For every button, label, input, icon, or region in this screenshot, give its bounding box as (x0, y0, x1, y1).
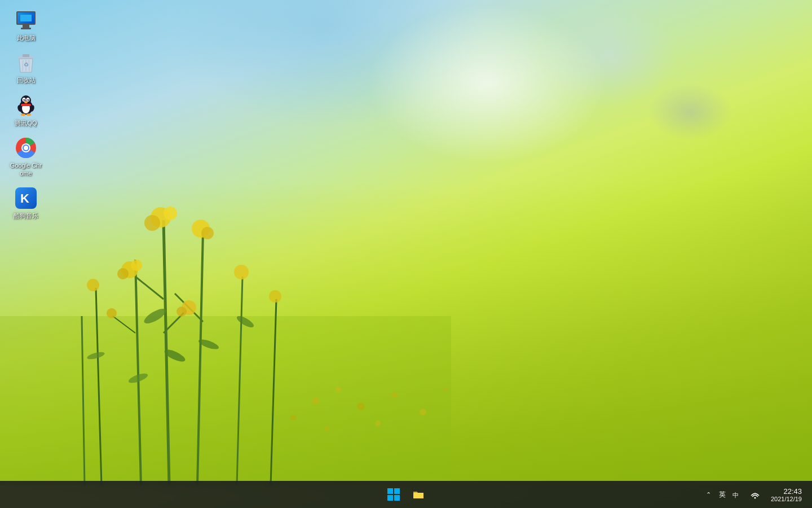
system-tray-area[interactable] (747, 488, 763, 501)
svg-point-25 (269, 290, 281, 303)
svg-point-56 (24, 101, 28, 103)
svg-point-13 (144, 215, 160, 231)
desktop-icon-google-chrome[interactable]: Google Chrome (6, 133, 46, 181)
desktop-icons: 此电脑 ♻ 回收站 (6, 6, 46, 224)
svg-point-16 (117, 268, 129, 279)
svg-point-58 (21, 113, 25, 116)
svg-point-19 (176, 306, 187, 317)
svg-point-22 (87, 279, 99, 291)
svg-point-55 (28, 99, 29, 100)
desktop: 此电脑 ♻ 回收站 (0, 0, 812, 508)
svg-rect-69 (394, 488, 400, 494)
svg-point-65 (24, 146, 28, 150)
desktop-icon-kugou[interactable]: K 酷狗音乐 (6, 183, 46, 223)
desktop-icon-chrome-label: Google Chrome (9, 161, 43, 178)
clock-time: 22:43 (771, 487, 802, 496)
language-label: 英 (719, 491, 726, 498)
recycle-bin-icon: ♻ (15, 51, 37, 74)
clock-date: 2021/12/19 (771, 496, 802, 502)
svg-line-8 (135, 277, 164, 299)
svg-point-73 (754, 497, 756, 499)
svg-point-52 (24, 99, 25, 100)
svg-point-37 (290, 415, 296, 421)
taskbar-right: ⌃ 英 中 22 (704, 485, 812, 505)
desktop-icon-qq[interactable]: 腾讯QQ (6, 91, 46, 130)
desktop-icon-recycle-bin[interactable]: ♻ 回收站 (6, 48, 46, 87)
kugou-icon: K (15, 187, 37, 209)
svg-point-24 (234, 265, 249, 279)
network-icon (751, 490, 760, 499)
taskbar: ⌃ 英 中 22 (0, 481, 812, 508)
show-hidden-icons-button[interactable]: ⌃ (704, 490, 713, 499)
file-explorer-button[interactable] (407, 483, 430, 506)
svg-point-40 (443, 387, 448, 392)
svg-point-34 (357, 402, 365, 410)
svg-rect-70 (387, 495, 393, 501)
svg-point-38 (325, 427, 329, 431)
wallpaper-plants (0, 119, 451, 485)
svg-point-32 (312, 397, 319, 404)
svg-point-33 (336, 387, 341, 392)
taskbar-center (382, 483, 430, 506)
desktop-icon-kugou-label: 酷狗音乐 (14, 212, 38, 220)
svg-point-54 (24, 99, 25, 100)
svg-text:中: 中 (732, 492, 739, 498)
desktop-icon-this-pc[interactable]: 此电脑 (6, 6, 46, 45)
language-button[interactable]: 英 (718, 488, 727, 502)
file-explorer-icon (412, 488, 425, 501)
desktop-icon-recycle-bin-label: 回收站 (17, 76, 36, 84)
chrome-icon (15, 137, 37, 159)
svg-rect-0 (0, 316, 451, 485)
svg-rect-57 (21, 104, 31, 106)
svg-text:K: K (20, 191, 29, 205)
svg-rect-68 (387, 488, 393, 494)
input-method-button[interactable]: 中 (731, 489, 743, 500)
desktop-icon-qq-label: 腾讯QQ (15, 119, 37, 127)
svg-point-35 (392, 392, 398, 398)
svg-point-14 (164, 207, 177, 220)
svg-point-21 (201, 227, 214, 239)
svg-point-36 (420, 409, 426, 415)
svg-point-39 (375, 421, 381, 426)
svg-point-59 (27, 113, 31, 116)
monitor-icon (15, 9, 37, 32)
windows-logo-icon (387, 488, 400, 501)
clock[interactable]: 22:43 2021/12/19 (767, 485, 805, 505)
svg-point-17 (131, 260, 142, 271)
start-button[interactable] (382, 483, 405, 506)
input-method-icon: 中 (732, 489, 742, 500)
desktop-icon-this-pc-label: 此电脑 (17, 34, 36, 42)
qq-icon (15, 94, 37, 117)
svg-point-23 (107, 308, 117, 318)
svg-point-53 (28, 99, 29, 100)
svg-rect-42 (23, 54, 29, 57)
svg-rect-71 (394, 495, 400, 501)
